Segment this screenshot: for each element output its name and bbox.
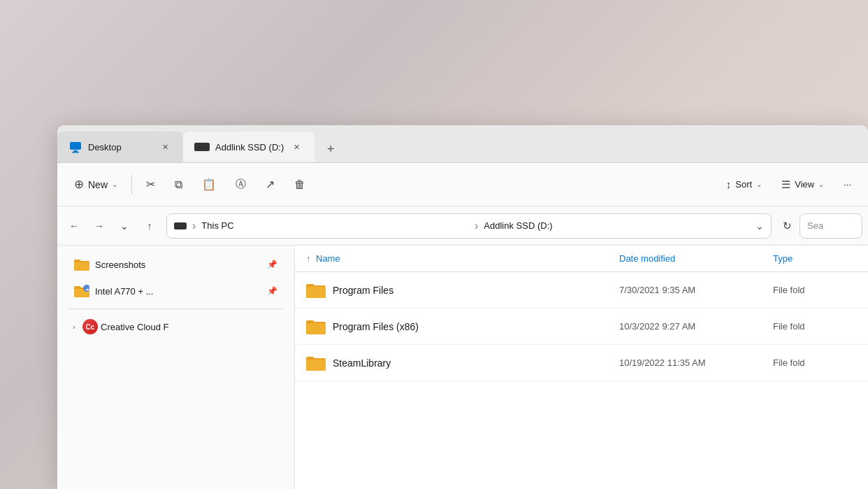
tab-add-button[interactable]: + <box>317 136 344 162</box>
refresh-button[interactable]: ↻ <box>777 216 797 236</box>
share-icon: ↗ <box>266 178 275 191</box>
new-chevron-icon: ⌄ <box>112 180 117 188</box>
back-button[interactable]: ← <box>63 215 85 237</box>
address-chevron-icon[interactable]: ⌄ <box>755 220 764 232</box>
intel-pin-icon: 📌 <box>267 286 277 296</box>
file-date: 7/30/2021 9:35 AM <box>619 285 773 295</box>
svg-text:☁: ☁ <box>85 287 89 291</box>
screenshots-folder-icon <box>74 258 89 271</box>
copy-icon: ⧉ <box>175 178 182 191</box>
up-button[interactable]: ↑ <box>138 215 161 237</box>
forward-button[interactable]: → <box>88 215 110 237</box>
view-button-label: View <box>795 179 814 190</box>
tab-bar: Desktop ✕ Addlink SSD (D:) ✕ + <box>57 125 868 163</box>
view-button[interactable]: ☰ View ⌄ <box>773 171 832 198</box>
tab-addlink-label: Addlink SSD (D:) <box>215 142 284 153</box>
svg-rect-0 <box>70 142 81 150</box>
rename-button[interactable]: Ⓐ <box>227 171 254 198</box>
tab-desktop-close[interactable]: ✕ <box>158 140 172 154</box>
toolbar-right: ↕ Sort ⌄ ☰ View ⌄ ··· <box>718 171 860 198</box>
sidebar: Screenshots 📌 ☁ Intel A770 + ... 📌 › Cc … <box>57 246 295 489</box>
sidebar-creative-cloud-label: Creative Cloud F <box>101 322 283 332</box>
file-type: File fold <box>773 321 857 332</box>
new-button-label: New <box>88 179 108 190</box>
sort-button-label: Sort <box>735 179 752 190</box>
sort-direction-icon: ↑ <box>306 254 310 264</box>
search-box[interactable]: Sea <box>800 213 862 239</box>
file-row[interactable]: Program Files 7/30/2021 9:35 AM File fol… <box>295 272 868 309</box>
file-list: ↑ Name Date modified Type Program Files … <box>295 246 868 489</box>
sidebar-item-screenshots[interactable]: Screenshots 📌 <box>63 251 289 278</box>
tab-addlink[interactable]: Addlink SSD (D:) ✕ <box>183 132 314 162</box>
sidebar-intel-label: Intel A770 + ... <box>95 286 261 297</box>
file-type: File fold <box>773 357 857 368</box>
creative-cloud-arrow-icon: › <box>68 323 80 331</box>
col-header-name[interactable]: Name <box>316 253 619 264</box>
file-rows-container: Program Files 7/30/2021 9:35 AM File fol… <box>295 272 868 381</box>
tab-desktop[interactable]: Desktop ✕ <box>57 132 183 162</box>
view-icon: ☰ <box>781 178 790 191</box>
delete-icon: 🗑 <box>294 178 305 191</box>
file-folder-icon <box>306 355 326 371</box>
breadcrumb-thispc: This PC <box>201 220 469 231</box>
file-list-header: ↑ Name Date modified Type <box>295 246 868 272</box>
recent-button[interactable]: ⌄ <box>113 215 136 237</box>
file-date: 10/19/2022 11:35 AM <box>619 357 773 368</box>
file-name: SteamLibrary <box>333 357 619 369</box>
sidebar-divider <box>68 309 283 309</box>
sidebar-item-creative-cloud[interactable]: › Cc Creative Cloud F <box>63 313 289 340</box>
sidebar-screenshots-label: Screenshots <box>95 260 261 270</box>
paste-button[interactable]: 📋 <box>194 171 224 198</box>
toolbar: ⊕ New ⌄ ✂ ⧉ 📋 Ⓐ ↗ 🗑 ↕ Sort ⌄ <box>57 163 868 206</box>
sort-icon: ↕ <box>726 178 732 190</box>
cut-button[interactable]: ✂ <box>138 171 164 198</box>
file-folder-icon <box>306 318 326 335</box>
file-row[interactable]: Program Files (x86) 10/3/2022 9:27 AM Fi… <box>295 309 868 345</box>
address-drive-icon <box>174 222 187 229</box>
desktop-tab-icon <box>68 140 82 154</box>
file-date: 10/3/2022 9:27 AM <box>619 321 773 332</box>
sort-chevron-icon: ⌄ <box>756 180 762 188</box>
sidebar-item-intel[interactable]: ☁ Intel A770 + ... 📌 <box>63 278 289 304</box>
breadcrumb-sep-2: › <box>475 220 478 232</box>
more-button-label: ··· <box>844 179 851 190</box>
address-bar[interactable]: › This PC › Addlink SSD (D:) ⌄ <box>166 213 772 239</box>
search-placeholder: Sea <box>807 220 823 231</box>
file-name: Program Files (x86) <box>333 321 619 332</box>
col-header-type[interactable]: Type <box>773 253 857 264</box>
svg-rect-1 <box>73 150 78 152</box>
breadcrumb-sep-1: › <box>192 220 196 232</box>
intel-folder-icon: ☁ <box>74 285 89 297</box>
cut-icon: ✂ <box>146 178 155 191</box>
file-folder-icon <box>306 282 326 299</box>
new-button[interactable]: ⊕ New ⌄ <box>66 171 126 198</box>
tab-addlink-close[interactable]: ✕ <box>289 140 303 154</box>
new-plus-icon: ⊕ <box>74 177 84 192</box>
tab-desktop-label: Desktop <box>88 142 122 153</box>
toolbar-separator-1 <box>131 175 132 194</box>
file-explorer-window: Desktop ✕ Addlink SSD (D:) ✕ + ⊕ New ⌄ ✂… <box>57 125 868 489</box>
share-button[interactable]: ↗ <box>257 171 283 198</box>
copy-button[interactable]: ⧉ <box>166 171 191 198</box>
file-name: Program Files <box>333 285 619 296</box>
file-type: File fold <box>773 285 857 295</box>
address-bar-row: ← → ⌄ ↑ › This PC › Addlink SSD (D:) ⌄ ↻… <box>57 206 868 246</box>
ssd-tab-icon <box>194 143 210 151</box>
svg-rect-2 <box>72 152 79 153</box>
main-content: Screenshots 📌 ☁ Intel A770 + ... 📌 › Cc … <box>57 246 868 489</box>
rename-icon: Ⓐ <box>236 178 246 191</box>
delete-button[interactable]: 🗑 <box>286 171 314 198</box>
view-chevron-icon: ⌄ <box>818 180 824 188</box>
creative-cloud-icon: Cc <box>82 319 98 334</box>
more-button[interactable]: ··· <box>835 171 860 198</box>
breadcrumb-drive: Addlink SSD (D:) <box>484 220 751 231</box>
paste-icon: 📋 <box>202 178 216 191</box>
file-row[interactable]: SteamLibrary 10/19/2022 11:35 AM File fo… <box>295 345 868 381</box>
sort-button[interactable]: ↕ Sort ⌄ <box>718 171 770 198</box>
col-header-date[interactable]: Date modified <box>619 253 773 264</box>
screenshots-pin-icon: 📌 <box>267 260 277 269</box>
